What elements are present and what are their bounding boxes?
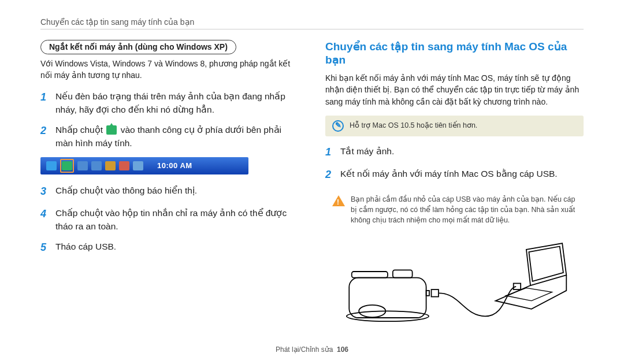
info-note: ✎ Hỗ trợ Mac OS 10.5 hoặc tiên tiến hơn. <box>325 116 584 136</box>
tray-icon <box>105 161 116 170</box>
tray-icon <box>77 161 88 170</box>
note-text: Hỗ trợ Mac OS 10.5 hoặc tiên tiến hơn. <box>350 120 477 132</box>
step-text: Nếu đèn báo trạng thái trên máy ảnh của … <box>55 90 299 117</box>
safely-remove-icon <box>106 125 117 135</box>
left-intro: Với Windows Vista, Windows 7 và Windows … <box>40 58 299 81</box>
tray-icon <box>46 161 57 170</box>
step-number: 4 <box>40 206 50 233</box>
svg-rect-3 <box>426 291 429 296</box>
connection-diagram <box>325 239 584 332</box>
page-footer: Phát lại/Chỉnh sửa 106 <box>0 346 624 354</box>
safely-remove-tray-icon <box>62 161 72 170</box>
camera-icon <box>347 270 439 322</box>
step-number: 2 <box>325 167 335 183</box>
right-column: Chuyển các tập tin sang máy tính Mac OS … <box>325 40 584 334</box>
tray-icon <box>119 161 129 170</box>
step-item: 5 Tháo cáp USB. <box>40 240 299 255</box>
svg-rect-5 <box>352 272 388 278</box>
info-icon: ✎ <box>332 120 344 132</box>
right-intro: Khi bạn kết nối máy ảnh với máy tính Mac… <box>325 72 584 107</box>
step-number: 3 <box>40 184 50 199</box>
step-number: 1 <box>40 90 50 117</box>
step-item: 2 Nhấp chuột vào thanh công cụ ở phía dư… <box>40 123 299 150</box>
warning-text: Bạn phải cắm đầu nhỏ của cáp USB vào máy… <box>351 194 577 225</box>
left-steps-cont: 3 Chấp chuột vào thông báo hiển thị. 4 C… <box>40 184 299 256</box>
right-steps: 1 Tắt máy ảnh. 2 Kết nối máy ảnh với máy… <box>325 144 584 183</box>
content-columns: Ngắt kết nối máy ảnh (dùng cho Windows X… <box>40 40 584 334</box>
taskbar-clock: 10:00 AM <box>157 161 192 170</box>
step-text: Tắt máy ảnh. <box>340 144 394 160</box>
step-number: 2 <box>40 123 50 150</box>
step-text: Chấp chuột vào thông báo hiển thị. <box>55 184 197 199</box>
step-item: 3 Chấp chuột vào thông báo hiển thị. <box>40 184 299 199</box>
warning-icon <box>332 195 345 206</box>
step-text: Chấp chuột vào hộp tin nhắn chỉ ra máy ả… <box>55 206 299 233</box>
step-text: Tháo cáp USB. <box>55 240 116 255</box>
svg-rect-4 <box>432 289 439 296</box>
windows-taskbar: 10:00 AM <box>40 157 248 174</box>
svg-rect-6 <box>393 270 413 278</box>
tray-icon <box>133 161 143 170</box>
left-column: Ngắt kết nối máy ảnh (dùng cho Windows X… <box>40 40 299 334</box>
step-text: Kết nối máy ảnh với máy tính Mac OS bằng… <box>340 167 558 183</box>
step-number: 1 <box>325 144 335 160</box>
tray-icon <box>91 161 102 170</box>
left-steps: 1 Nếu đèn báo trạng thái trên máy ảnh củ… <box>40 90 299 150</box>
step-item: 1 Tắt máy ảnh. <box>325 144 584 160</box>
warning-note: Bạn phải cắm đầu nhỏ của cáp USB vào máy… <box>325 190 584 230</box>
usb-cable-icon <box>439 284 521 317</box>
divider <box>40 29 584 29</box>
right-heading: Chuyển các tập tin sang máy tính Mac OS … <box>325 40 584 66</box>
breadcrumb: Chuyển các tập tin sang máy tính của bạn <box>40 17 584 27</box>
tray-highlight <box>60 159 74 173</box>
step-text: Nhấp chuột vào thanh công cụ ở phía dưới… <box>55 123 299 150</box>
step-item: 4 Chấp chuột vào hộp tin nhắn chỉ ra máy… <box>40 206 299 233</box>
step-item: 1 Nếu đèn báo trạng thái trên máy ảnh củ… <box>40 90 299 117</box>
step-item: 2 Kết nối máy ảnh với máy tính Mac OS bằ… <box>325 167 584 183</box>
step-number: 5 <box>40 240 50 255</box>
footer-page: 106 <box>337 346 348 354</box>
svg-rect-0 <box>349 278 426 318</box>
section-pill: Ngắt kết nối máy ảnh (dùng cho Windows X… <box>40 40 236 54</box>
footer-section: Phát lại/Chỉnh sửa <box>276 346 333 354</box>
